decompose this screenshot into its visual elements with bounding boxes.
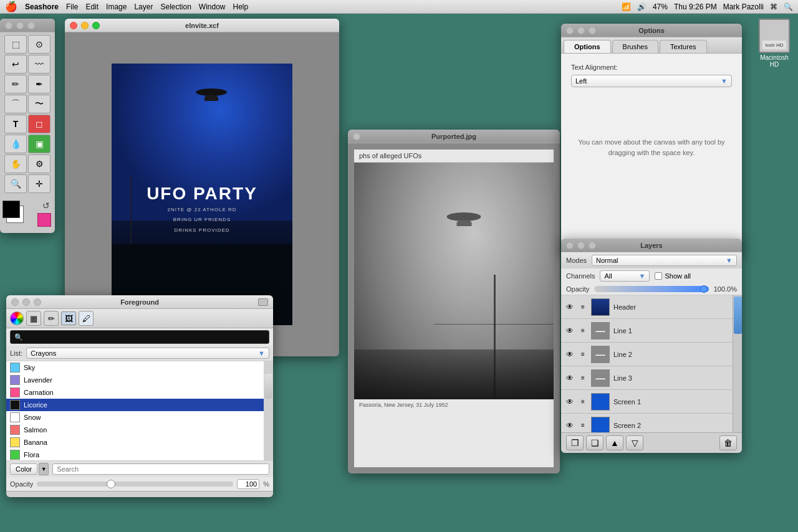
color-item-licorice[interactable]: Licorice (6, 399, 264, 411)
tab-textures[interactable]: Textures (660, 40, 707, 53)
tool-brush[interactable]: ✒ (28, 75, 50, 93)
layer-item-screen1[interactable]: 👁 ≡ Screen 1 (561, 390, 733, 414)
layer-eye-header[interactable]: 👁 (565, 302, 575, 312)
layer-eye-line3[interactable]: 👁 (565, 373, 575, 383)
color-mode-select[interactable]: Color ▼ (10, 463, 49, 475)
alignment-select[interactable]: Left ▼ (571, 75, 732, 87)
foreground-minimize-button[interactable] (22, 298, 30, 306)
layer-move-line3[interactable]: ≡ (579, 374, 587, 382)
color-mode-arrow[interactable]: ▼ (39, 463, 49, 475)
fg-opacity-value[interactable] (237, 479, 259, 489)
swatches-button[interactable]: ▦ (26, 311, 41, 326)
app-name[interactable]: Seashore (25, 2, 59, 11)
layer-item-line1[interactable]: 👁 ≡ ▬▬▬ Line 1 (561, 319, 733, 343)
tool-curve[interactable]: ⌒ (4, 95, 27, 113)
menu-help[interactable]: Help (233, 2, 249, 11)
foreground-resize-handle[interactable] (6, 491, 273, 497)
options-close-button[interactable] (566, 27, 574, 34)
list-select[interactable]: Crayons ▼ (26, 348, 269, 359)
disk-icon[interactable]: tosh HD Macintosh HD (756, 19, 793, 62)
foreground-expand-button[interactable] (258, 298, 268, 306)
zoom-button[interactable] (27, 22, 35, 29)
layer-move-screen1[interactable]: ≡ (579, 397, 587, 406)
tab-brushes[interactable]: Brushes (612, 40, 658, 53)
layers-new-button[interactable]: ❐ (566, 435, 584, 450)
tool-zoom[interactable]: 🔍 (4, 174, 27, 193)
color-search-field[interactable] (52, 463, 269, 475)
tool-text[interactable]: T (4, 115, 27, 133)
close-button[interactable] (5, 22, 12, 29)
layer-move-line2[interactable]: ≡ (579, 350, 587, 359)
show-all-checkbox-label[interactable]: Show all (655, 272, 691, 280)
layers-zoom-button[interactable] (589, 242, 596, 249)
opacity-slider[interactable] (594, 286, 708, 292)
crayon-button[interactable]: 🖊 (79, 311, 94, 326)
fg-opacity-thumb[interactable] (107, 480, 115, 488)
color-item-sky[interactable]: Sky (6, 361, 264, 374)
menu-layer[interactable]: Layer (134, 2, 153, 11)
menu-file[interactable]: File (66, 2, 78, 11)
purported-close-button[interactable] (353, 133, 360, 140)
tool-transform[interactable]: ⚙ (28, 154, 50, 173)
tool-polygonal-lasso[interactable]: 〰 (28, 55, 50, 74)
foreground-close-button[interactable] (11, 298, 19, 306)
layers-delete-button[interactable]: 🗑 (719, 435, 737, 450)
layer-item-screen2[interactable]: 👁 ≡ Screen 2 (561, 414, 733, 432)
menu-window[interactable]: Window (199, 2, 226, 11)
show-all-checkbox[interactable] (655, 272, 662, 280)
layer-item-line3[interactable]: 👁 ≡ ▬▬▬ Line 3 (561, 366, 733, 390)
einvite-zoom-button[interactable] (92, 22, 100, 29)
menu-image[interactable]: Image (106, 2, 127, 11)
layers-close-button[interactable] (566, 242, 574, 249)
layer-move-screen2[interactable]: ≡ (579, 421, 587, 430)
tool-hand[interactable]: ✋ (4, 154, 27, 173)
layers-duplicate-button[interactable]: ❑ (586, 435, 603, 450)
pencil-mode-button[interactable]: ✏ (44, 311, 59, 326)
image-picker-button[interactable]: 🖼 (61, 311, 76, 325)
layers-up-button[interactable]: ▲ (606, 435, 623, 450)
apple-menu[interactable]: 🍎 (5, 1, 17, 12)
foreground-zoom-button[interactable] (34, 298, 41, 306)
color-item-salmon[interactable]: Salmon (6, 424, 264, 436)
tool-pencil[interactable]: ✏ (4, 75, 27, 93)
tool-ellipse-select[interactable]: ⊙ (28, 35, 50, 54)
menu-selection[interactable]: Selection (160, 2, 191, 11)
tool-smudge[interactable]: 〜 (28, 95, 50, 113)
color-wheel-button[interactable] (10, 311, 24, 325)
color-item-banana[interactable]: Banana (6, 436, 264, 449)
tool-move[interactable]: ✛ (28, 174, 50, 193)
color-item-carnation[interactable]: Carnation (6, 386, 264, 399)
layer-item-header[interactable]: 👁 ≡ Header (561, 295, 733, 319)
tool-rect-select[interactable]: ⬚ (4, 35, 27, 54)
options-zoom-button[interactable] (589, 27, 596, 34)
foreground-color-swatch[interactable] (2, 201, 20, 218)
layers-scroll-thumb[interactable] (734, 297, 742, 334)
layer-eye-screen1[interactable]: 👁 (565, 397, 575, 407)
layer-move-line1[interactable]: ≡ (579, 326, 587, 335)
channels-select[interactable]: All ▼ (600, 270, 650, 282)
layer-eye-line2[interactable]: 👁 (565, 349, 575, 359)
swap-colors-icon[interactable]: ↺ (42, 201, 50, 211)
color-search-input[interactable] (26, 333, 265, 341)
layer-eye-screen2[interactable]: 👁 (565, 420, 575, 430)
search-icon[interactable]: 🔍 (784, 2, 793, 11)
menu-edit[interactable]: Edit (85, 2, 99, 11)
tool-lasso[interactable]: ↩ (4, 55, 27, 74)
layer-item-line2[interactable]: 👁 ≡ ▬▬▬ Line 2 (561, 343, 733, 366)
tool-bucket[interactable]: ▣ (28, 135, 50, 153)
tab-options[interactable]: Options (564, 40, 611, 53)
einvite-close-button[interactable] (70, 22, 77, 29)
color-item-lavender[interactable]: Lavender (6, 374, 264, 386)
color-item-flora[interactable]: Flora (6, 449, 264, 460)
mode-select[interactable]: Normal ▼ (592, 255, 737, 266)
tool-eyedropper[interactable]: 💧 (4, 135, 27, 153)
options-minimize-button[interactable] (577, 27, 585, 34)
color-scroll-thumb[interactable] (264, 374, 272, 399)
layer-move-header[interactable]: ≡ (579, 303, 587, 311)
purported-canvas-area[interactable]: phs of alleged UFOs (348, 143, 560, 473)
layers-scrollbar[interactable] (733, 295, 742, 432)
color-scrollbar[interactable] (264, 361, 273, 460)
color-item-snow[interactable]: Snow (6, 411, 264, 424)
fg-opacity-slider[interactable] (37, 482, 233, 487)
layer-eye-line1[interactable]: 👁 (565, 326, 575, 336)
